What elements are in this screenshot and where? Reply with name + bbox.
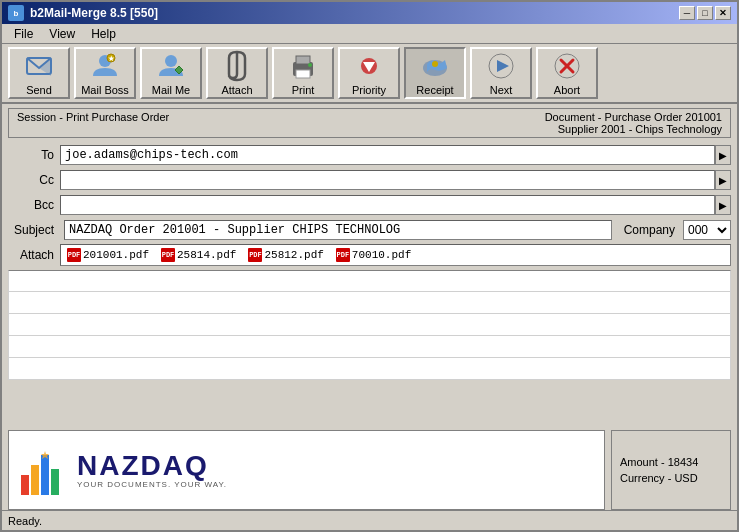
to-label: To [8, 148, 60, 162]
to-scroll-arrow[interactable]: ▶ [715, 145, 731, 165]
status-text: Ready. [8, 515, 42, 527]
session-bar: Session - Print Purchase Order Document … [8, 108, 731, 138]
attach-file-4[interactable]: PDF 70010.pdf [330, 248, 417, 262]
next-label: Next [490, 84, 513, 96]
attach-file-3[interactable]: PDF 25812.pdf [242, 248, 329, 262]
receipt-button[interactable]: Receipt [404, 47, 466, 99]
attach-row: Attach PDF 201001.pdf PDF 25814.pdf PDF … [8, 244, 731, 266]
attach-button[interactable]: Attach [206, 47, 268, 99]
body-line-2[interactable] [8, 292, 731, 314]
nazdaq-logo: NAZDAQ YOUR DOCUMENTS. YOUR WAY. [19, 445, 227, 495]
minimize-button[interactable]: ─ [679, 6, 695, 20]
bcc-scroll-arrow[interactable]: ▶ [715, 195, 731, 215]
bcc-row: Bcc ▶ [8, 194, 731, 216]
svg-point-14 [432, 61, 438, 67]
mail-me-button[interactable]: Mail Me [140, 47, 202, 99]
maximize-button[interactable]: □ [697, 6, 713, 20]
company-label: Company [624, 223, 675, 237]
menu-view[interactable]: View [41, 26, 83, 41]
pdf-icon-3: PDF [248, 248, 262, 262]
window-title: b2Mail-Merge 8.5 [550] [30, 6, 158, 20]
attach-file-3-name: 25812.pdf [264, 249, 323, 261]
print-button[interactable]: Print [272, 47, 334, 99]
attach-file-4-name: 70010.pdf [352, 249, 411, 261]
title-buttons: ─ □ ✕ [679, 6, 731, 20]
title-bar-left: b b2Mail-Merge 8.5 [550] [8, 5, 158, 21]
logo-area: NAZDAQ YOUR DOCUMENTS. YOUR WAY. [8, 430, 605, 510]
attach-icon [221, 50, 253, 82]
priority-button[interactable]: Priority [338, 47, 400, 99]
receipt-label: Receipt [416, 84, 453, 96]
subject-label: Subject [8, 223, 60, 237]
logo-bars-icon [19, 445, 69, 495]
cc-row: Cc ▶ [8, 169, 731, 191]
logo-text-area: NAZDAQ YOUR DOCUMENTS. YOUR WAY. [77, 452, 227, 489]
abort-label: Abort [554, 84, 580, 96]
attach-label: Attach [8, 248, 60, 262]
attach-file-1[interactable]: PDF 201001.pdf [61, 248, 155, 262]
toolbar: Send ★ Mail Boss M [2, 44, 737, 104]
menu-file[interactable]: File [6, 26, 41, 41]
mail-boss-label: Mail Boss [81, 84, 129, 96]
mail-boss-button[interactable]: ★ Mail Boss [74, 47, 136, 99]
logo-text: NAZDAQ [77, 452, 227, 480]
send-icon [23, 50, 55, 82]
abort-button[interactable]: Abort [536, 47, 598, 99]
body-line-3[interactable] [8, 314, 731, 336]
menu-help[interactable]: Help [83, 26, 124, 41]
logo-sub: YOUR DOCUMENTS. YOUR WAY. [77, 480, 227, 489]
svg-rect-7 [296, 56, 310, 64]
svg-rect-22 [41, 455, 49, 495]
mail-boss-icon: ★ [89, 50, 121, 82]
cc-scroll-arrow[interactable]: ▶ [715, 170, 731, 190]
session-left: Session - Print Purchase Order [17, 111, 169, 135]
session-supplier: Supplier 2001 - Chips Technology [545, 123, 722, 135]
attach-file-1-name: 201001.pdf [83, 249, 149, 261]
amount-label: Amount - 18434 [620, 456, 722, 468]
app-icon: b [8, 5, 24, 21]
svg-rect-23 [51, 469, 59, 495]
form-area: To ▶ Cc ▶ Bcc ▶ Subject Company 000 001 … [2, 140, 737, 270]
body-line-5[interactable] [8, 358, 731, 380]
next-icon [485, 50, 517, 82]
subject-input[interactable] [64, 220, 612, 240]
session-doc: Document - Purchase Order 201001 [545, 111, 722, 123]
currency-label: Currency - USD [620, 472, 722, 484]
priority-label: Priority [352, 84, 386, 96]
amount-area: Amount - 18434 Currency - USD [611, 430, 731, 510]
send-label: Send [26, 84, 52, 96]
svg-rect-12 [367, 64, 371, 66]
svg-point-5 [165, 55, 177, 67]
print-label: Print [292, 84, 315, 96]
bcc-input[interactable] [60, 195, 715, 215]
attach-label: Attach [221, 84, 252, 96]
svg-point-9 [308, 63, 312, 67]
body-line-1[interactable] [8, 270, 731, 292]
pdf-icon-4: PDF [336, 248, 350, 262]
next-button[interactable]: Next [470, 47, 532, 99]
close-button[interactable]: ✕ [715, 6, 731, 20]
attach-files-container: PDF 201001.pdf PDF 25814.pdf PDF 25812.p… [60, 244, 731, 266]
status-bar: Ready. [2, 510, 737, 530]
bottom-area: NAZDAQ YOUR DOCUMENTS. YOUR WAY. Amount … [8, 430, 731, 510]
svg-text:★: ★ [108, 55, 115, 62]
attach-file-2[interactable]: PDF 25814.pdf [155, 248, 242, 262]
mail-me-label: Mail Me [152, 84, 191, 96]
company-select[interactable]: 000 001 002 [683, 220, 731, 240]
attach-file-2-name: 25814.pdf [177, 249, 236, 261]
to-row: To ▶ [8, 144, 731, 166]
svg-rect-8 [296, 70, 310, 78]
body-area [8, 270, 731, 426]
mail-me-icon [155, 50, 187, 82]
title-bar: b b2Mail-Merge 8.5 [550] ─ □ ✕ [2, 2, 737, 24]
send-button[interactable]: Send [8, 47, 70, 99]
abort-icon [551, 50, 583, 82]
to-input[interactable] [60, 145, 715, 165]
body-line-4[interactable] [8, 336, 731, 358]
pdf-icon-2: PDF [161, 248, 175, 262]
menu-bar: File View Help [2, 24, 737, 44]
pdf-icon-1: PDF [67, 248, 81, 262]
cc-input[interactable] [60, 170, 715, 190]
main-window: b b2Mail-Merge 8.5 [550] ─ □ ✕ File View… [0, 0, 739, 532]
subject-row: Subject Company 000 001 002 [8, 219, 731, 241]
